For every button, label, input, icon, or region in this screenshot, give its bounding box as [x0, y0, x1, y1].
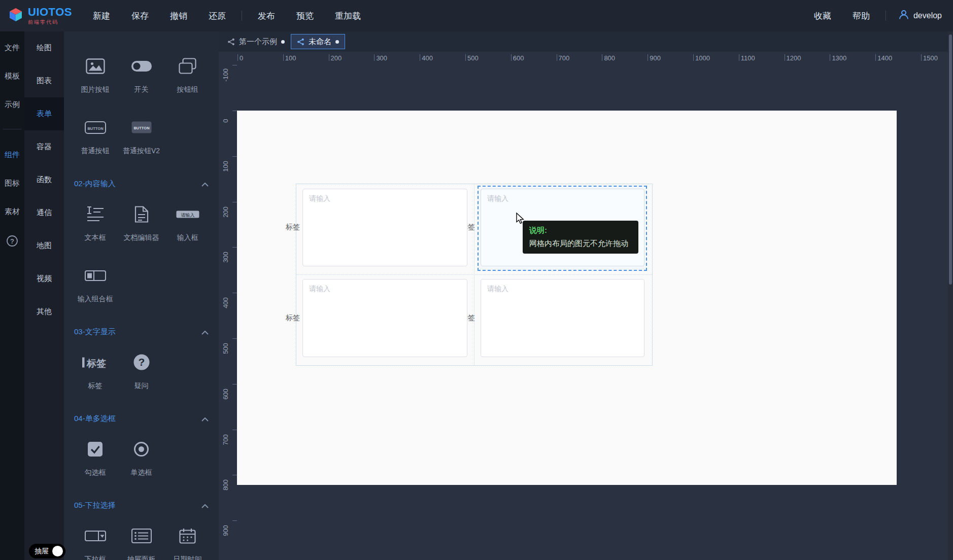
- ruler-tick: [420, 54, 420, 61]
- component-item[interactable]: 勾选框: [72, 426, 118, 487]
- ruler-number: 800: [219, 475, 236, 495]
- topbar-menu-mid-item-1[interactable]: 预览: [286, 10, 324, 22]
- drawer-toggle[interactable]: 抽屉: [29, 544, 65, 558]
- svg-text:请输入: 请输入: [181, 212, 194, 217]
- topbar-menu-right-item-0[interactable]: 收藏: [803, 10, 842, 22]
- component-item[interactable]: 按钮组: [164, 43, 211, 104]
- canvas-area[interactable]: 第一个示例未命名 0100200300400500600700800900100…: [219, 31, 948, 560]
- ruler-tick: [374, 54, 375, 61]
- component-item[interactable]: 文档编辑器: [118, 191, 164, 252]
- help-icon[interactable]: ?: [0, 235, 24, 247]
- grid-cell-input[interactable]: [302, 279, 467, 357]
- sidebar-item-5[interactable]: 素材: [0, 197, 24, 226]
- component-item[interactable]: 抽屉面板: [118, 512, 164, 560]
- grid-cell-input[interactable]: [302, 189, 467, 266]
- unsaved-dot: [281, 40, 285, 44]
- chevron-up-icon: [201, 501, 209, 510]
- tab-1[interactable]: 未命名: [291, 34, 345, 49]
- topbar-menu-right-item-1[interactable]: 帮助: [842, 10, 880, 22]
- category-item-2[interactable]: 表单: [24, 97, 64, 130]
- window-scrollbar: [948, 31, 953, 560]
- category-item-4[interactable]: 函数: [24, 163, 64, 196]
- ruler-number: 400: [422, 54, 433, 62]
- horizontal-ruler: 0100200300400500600700800900100011001200…: [219, 52, 948, 64]
- category-item-6[interactable]: 地图: [24, 229, 64, 262]
- ruler-number: 0: [240, 54, 243, 62]
- category-item-0[interactable]: 绘图: [24, 31, 64, 64]
- scrollbar-thumb[interactable]: [949, 34, 952, 285]
- ruler-tick: [329, 54, 329, 61]
- component-item[interactable]: 文本框: [72, 191, 118, 252]
- component-label: 开关: [134, 85, 149, 94]
- component-label: 文本框: [85, 233, 106, 242]
- ruler-tick: [602, 54, 602, 61]
- topbar-menu-mid: 发布预览重加载: [247, 0, 371, 31]
- input-combo-icon: [85, 265, 106, 286]
- textarea-icon: [86, 204, 105, 224]
- sidebar-item-3[interactable]: 组件: [0, 141, 24, 169]
- components-panel: 图片按钮开关按钮组BUTTON普通按钮BUTTON普通按钮V202-内容输入文本…: [64, 31, 219, 560]
- ruler-number: 100: [285, 54, 296, 62]
- group-header-label: 04-单多选框: [74, 414, 116, 424]
- category-item-3[interactable]: 容器: [24, 130, 64, 163]
- category-item-8[interactable]: 其他: [24, 295, 64, 328]
- component-group-header[interactable]: 02-内容输入: [74, 179, 209, 189]
- ruler-tick: [693, 54, 694, 61]
- component-item[interactable]: BUTTON普通按钮: [72, 104, 118, 165]
- svg-text:?: ?: [138, 356, 145, 368]
- component-item[interactable]: ?疑问: [118, 339, 164, 400]
- component-item[interactable]: 请输入输入框: [164, 191, 211, 252]
- app-title: UIOTOS: [28, 7, 72, 18]
- component-item[interactable]: 下拉框: [72, 512, 118, 560]
- sidebar-item-2[interactable]: 示例: [0, 90, 24, 119]
- component-label: 输入组合框: [78, 295, 113, 303]
- topbar: UIOTOS 前端零代码 新建保存撤销还原 发布预览重加载 收藏帮助 devel…: [0, 0, 953, 31]
- component-group-header[interactable]: 05-下拉选择: [74, 500, 209, 510]
- sidebar-item-4[interactable]: 图标: [0, 169, 24, 197]
- topbar-menu-mid-item-0[interactable]: 发布: [247, 10, 286, 22]
- component-grid: 标签标签?疑问: [72, 339, 211, 400]
- topbar-menu-item-3[interactable]: 还原: [198, 10, 236, 22]
- main-area: 文件模板示例 组件图标素材 ? 绘图图表表单容器函数通信地图视频其他 图片按钮开…: [0, 31, 953, 560]
- drawer-panel-icon: [131, 526, 152, 546]
- grid-layout-element[interactable]: 标签标签标签标签: [296, 184, 653, 366]
- component-item[interactable]: BUTTON普通按钮V2: [118, 104, 164, 165]
- design-canvas[interactable]: 标签标签标签标签 说明: 网格内布局的图元不允许拖动: [237, 111, 897, 485]
- ruler-number: 1200: [787, 54, 801, 62]
- component-item[interactable]: 输入组合框: [72, 252, 118, 313]
- component-label: 普通按钮V2: [123, 147, 160, 155]
- sidebar-item-1[interactable]: 模板: [0, 62, 24, 90]
- component-item[interactable]: 标签标签: [72, 339, 118, 400]
- topbar-menu-item-0[interactable]: 新建: [82, 10, 121, 22]
- grid-cell-input[interactable]: [481, 279, 644, 357]
- component-item[interactable]: 开关: [118, 43, 164, 104]
- ruler-tick: [511, 54, 512, 61]
- component-label: 单选框: [131, 468, 152, 477]
- component-item[interactable]: 图片按钮: [72, 43, 118, 104]
- category-item-1[interactable]: 图表: [24, 64, 64, 97]
- tab-0[interactable]: 第一个示例: [221, 34, 291, 49]
- user-menu[interactable]: develop: [891, 9, 953, 22]
- button-group-icon: [179, 56, 196, 76]
- component-group-header[interactable]: 04-单多选框: [74, 413, 209, 424]
- ruler-number: 200: [219, 202, 236, 222]
- ruler-number: 0: [219, 111, 236, 131]
- category-item-7[interactable]: 视频: [24, 262, 64, 295]
- group-header-label: 03-文字显示: [74, 327, 116, 337]
- image-button-icon: [86, 56, 105, 76]
- ruler-number: 300: [376, 54, 387, 62]
- component-item[interactable]: 日期时间: [164, 512, 211, 560]
- grid-cell-label: 标签: [286, 223, 300, 232]
- chevron-up-icon: [201, 328, 209, 336]
- ruler-tick: [875, 54, 876, 61]
- topbar-menu-item-2[interactable]: 撤销: [159, 10, 198, 22]
- component-group-header[interactable]: 03-文字显示: [74, 327, 209, 337]
- svg-text:?: ?: [10, 237, 14, 245]
- topbar-menu-mid-item-2[interactable]: 重加载: [324, 10, 371, 22]
- topbar-menu-item-1[interactable]: 保存: [121, 10, 159, 22]
- category-item-5[interactable]: 通信: [24, 196, 64, 229]
- sidebar-item-0[interactable]: 文件: [0, 33, 24, 62]
- username: develop: [913, 11, 942, 20]
- tooltip-title: 说明:: [529, 226, 632, 235]
- component-item[interactable]: 单选框: [118, 426, 164, 487]
